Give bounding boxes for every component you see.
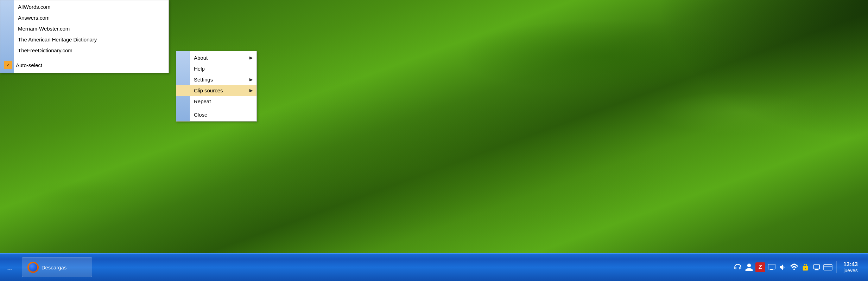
taskbar-browser-label: Descargas	[42, 264, 67, 270]
clock-time: 13:43	[843, 261, 858, 268]
menu-item-about[interactable]: About ▶	[176, 52, 256, 63]
menu-item-close[interactable]: Close	[176, 109, 256, 120]
card-tray-icon[interactable]	[823, 262, 833, 272]
menu-item-repeat[interactable]: Repeat	[176, 96, 256, 107]
taskbar: ... Descargas	[0, 253, 868, 281]
svg-rect-1	[770, 269, 773, 270]
submenu-arrow-icon: ▶	[249, 77, 252, 82]
clock-day: jueves	[843, 268, 857, 273]
menu-item-answers[interactable]: Answers.com	[0, 12, 169, 23]
right-menu-separator	[176, 108, 256, 108]
menu-item-allwords[interactable]: AllWords.com	[0, 1, 169, 12]
menu-item-clip-sources[interactable]: Clip sources ▶	[176, 85, 256, 96]
menu-item-merriam[interactable]: Merriam-Webster.com	[0, 23, 169, 34]
menu-item-american-heritage[interactable]: The American Heritage Dictionary	[0, 34, 169, 45]
taskbar-start-area: ...	[0, 263, 20, 272]
menu-item-settings[interactable]: Settings ▶	[176, 74, 256, 85]
monitor-tray-icon[interactable]	[767, 262, 777, 272]
tray-icons: Z	[733, 262, 833, 272]
desktop: AllWords.com Answers.com Merriam-Webster…	[0, 0, 868, 281]
right-context-menu: About ▶ Help Settings ▶ Clip sources ▶ R…	[176, 51, 257, 122]
system-tray: Z	[729, 254, 868, 281]
checkmark-icon: ✓	[4, 61, 12, 69]
lock-tray-icon[interactable]	[800, 262, 810, 272]
menu-item-freedict[interactable]: TheFreeDictionary.com	[0, 45, 169, 56]
z-tray-icon[interactable]: Z	[755, 262, 765, 272]
clock-area: 13:43 jueves	[836, 261, 864, 273]
taskbar-browser-item[interactable]: Descargas	[22, 257, 92, 277]
svg-rect-4	[824, 266, 832, 267]
left-context-menu: AllWords.com Answers.com Merriam-Webster…	[0, 0, 169, 73]
screen-tray-icon[interactable]	[812, 262, 822, 272]
submenu-arrow-icon: ▶	[249, 88, 252, 93]
firefox-icon	[27, 262, 39, 273]
volume-tray-icon[interactable]	[778, 262, 788, 272]
headset-tray-icon[interactable]	[733, 262, 743, 272]
network-tray-icon[interactable]	[789, 262, 799, 272]
submenu-arrow-icon: ▶	[249, 55, 252, 60]
user-tray-icon[interactable]	[744, 262, 754, 272]
menu-item-help[interactable]: Help	[176, 63, 256, 74]
menu-item-autoselect[interactable]: ✓ Auto-select	[0, 58, 169, 72]
taskbar-dots: ...	[2, 263, 18, 272]
taskbar-items: Descargas	[20, 257, 729, 277]
svg-rect-0	[768, 264, 775, 269]
left-menu-separator	[0, 57, 169, 57]
